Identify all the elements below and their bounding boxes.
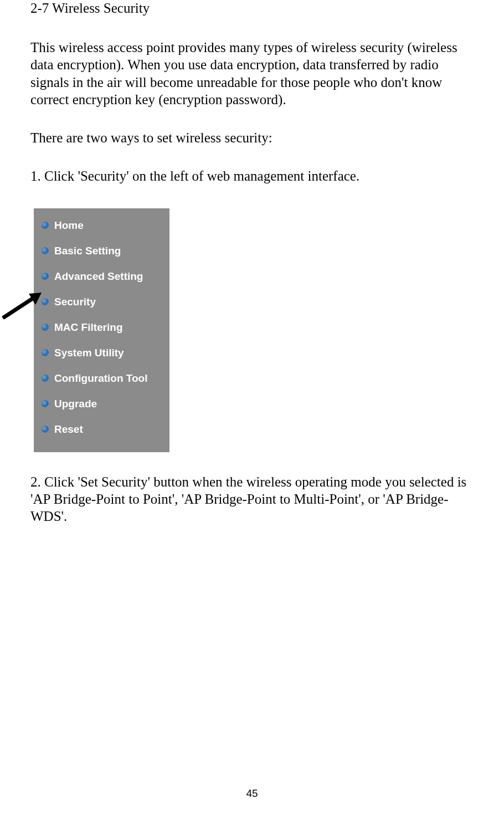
sidebar-item-basic-setting[interactable]: Basic Setting [34, 238, 169, 264]
sidebar-menu: Home Basic Setting Advanced Setting Secu… [34, 208, 169, 452]
subheading-paragraph: There are two ways to set wireless secur… [30, 129, 474, 146]
sidebar-item-label: Security [54, 296, 96, 308]
sidebar-item-system-utility[interactable]: System Utility [34, 340, 169, 366]
sidebar-item-security[interactable]: Security [34, 289, 169, 315]
page-number: 45 [0, 787, 504, 800]
bullet-icon [42, 247, 49, 254]
sidebar-item-label: Home [54, 219, 84, 232]
sidebar-item-configuration-tool[interactable]: Configuration Tool [34, 366, 169, 391]
sidebar-item-label: Configuration Tool [54, 372, 148, 385]
sidebar-item-label: Reset [54, 423, 83, 436]
pointer-arrow-icon [0, 291, 44, 319]
bullet-icon [42, 375, 49, 382]
bullet-icon [42, 426, 49, 433]
sidebar-item-label: Upgrade [54, 398, 97, 410]
bullet-icon [42, 324, 49, 331]
svg-line-0 [3, 298, 33, 318]
sidebar-item-label: Basic Setting [54, 245, 121, 257]
sidebar-item-label: MAC Filtering [54, 321, 123, 334]
sidebar-item-mac-filtering[interactable]: MAC Filtering [34, 315, 169, 340]
bullet-icon [42, 273, 49, 280]
step-1-text: 1. Click 'Security' on the left of web m… [30, 167, 474, 185]
bullet-icon [42, 400, 49, 407]
section-heading: 2-7 Wireless Security [30, 0, 474, 17]
sidebar-item-advanced-setting[interactable]: Advanced Setting [34, 264, 169, 289]
sidebar-item-label: Advanced Setting [54, 270, 143, 283]
sidebar-item-home[interactable]: Home [34, 213, 169, 238]
bullet-icon [42, 349, 49, 356]
sidebar-item-label: System Utility [54, 347, 124, 359]
step-2-text: 2. Click 'Set Security' button when the … [30, 473, 474, 525]
intro-paragraph: This wireless access point provides many… [30, 39, 474, 108]
sidebar-item-reset[interactable]: Reset [34, 417, 169, 442]
bullet-icon [42, 222, 49, 229]
sidebar-item-upgrade[interactable]: Upgrade [34, 391, 169, 417]
